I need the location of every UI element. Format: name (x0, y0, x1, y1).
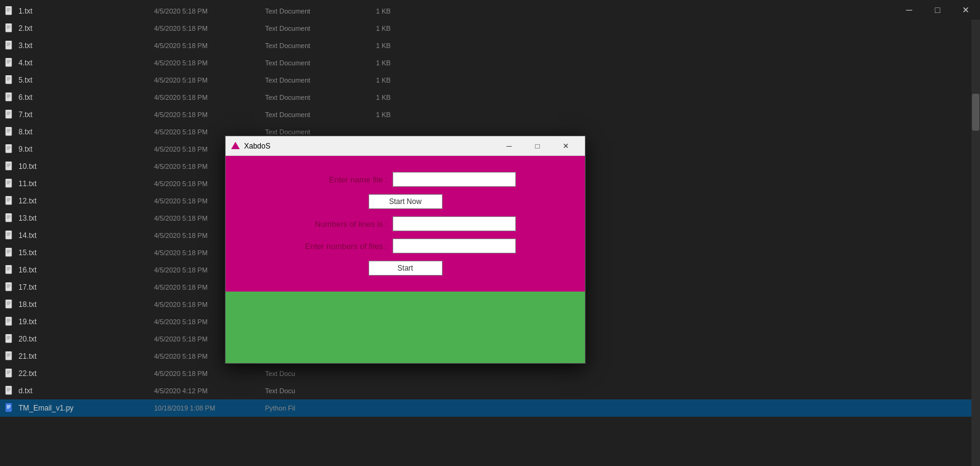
bg-minimize-button[interactable]: ─ (895, 0, 923, 20)
file-row[interactable]: 2.txt4/5/2020 5:18 PMText Document1 KB (0, 20, 980, 37)
file-name: 7.txt (18, 110, 154, 119)
files-row: Enter numbers of files : (244, 239, 566, 253)
dialog-maximize-button[interactable]: □ (523, 137, 552, 155)
file-type: Text Document (265, 94, 376, 101)
scrollbar-thumb[interactable] (972, 94, 979, 131)
file-type: Text Docu (265, 370, 376, 377)
file-type: Text Document (265, 111, 376, 118)
file-row[interactable]: 1.txt4/5/2020 5:18 PMText Document1 KB (0, 2, 980, 20)
file-date: 4/5/2020 5:18 PM (154, 76, 265, 84)
files-input[interactable] (393, 239, 516, 253)
dialog-body-bottom (226, 292, 585, 363)
file-name: 11.txt (18, 179, 154, 188)
file-icon (5, 231, 15, 240)
file-date: 4/5/2020 5:18 PM (154, 370, 265, 377)
file-date: 4/5/2020 5:18 PM (154, 25, 265, 32)
file-icon (5, 6, 15, 16)
file-icon (5, 23, 15, 33)
file-name: 20.txt (18, 335, 154, 343)
file-size: 1 KB (376, 25, 425, 32)
svg-rect-84 (6, 369, 12, 377)
svg-rect-20 (6, 92, 12, 101)
svg-rect-72 (6, 317, 12, 325)
svg-rect-8 (6, 41, 12, 49)
file-type: Text Document (265, 76, 376, 84)
file-date: 4/5/2020 4:12 PM (154, 387, 265, 394)
svg-rect-36 (6, 161, 12, 170)
background-window-chrome: ─ □ ✕ (894, 0, 980, 20)
file-date: 4/5/2020 5:18 PM (154, 59, 265, 67)
file-name: 15.txt (18, 248, 154, 257)
file-size: 1 KB (376, 59, 425, 67)
dialog-titlebar: XabdoS ─ □ ✕ (226, 136, 585, 156)
file-row[interactable]: TM_Email_v1.py10/18/2019 1:08 PMPython F… (0, 399, 980, 417)
file-name: 14.txt (18, 231, 154, 240)
file-name: 17.txt (18, 283, 154, 292)
scrollbar-track[interactable] (971, 20, 980, 466)
file-name: 18.txt (18, 300, 154, 309)
file-name: 4.txt (18, 59, 154, 67)
bg-maximize-button[interactable]: □ (923, 0, 952, 20)
file-name: 2.txt (18, 24, 154, 33)
file-row[interactable]: d.txt4/5/2020 4:12 PMText Docu (0, 382, 980, 399)
bg-close-button[interactable]: ✕ (952, 0, 980, 20)
name-file-label: Enter name file : (295, 175, 388, 184)
file-type: Text Document (265, 59, 376, 67)
file-date: 4/5/2020 5:18 PM (154, 111, 265, 118)
dialog-body-top: Enter name file : Start Now Numbers of l… (226, 156, 585, 292)
file-date: 4/5/2020 5:18 PM (154, 94, 265, 101)
svg-rect-80 (6, 351, 12, 360)
dialog-minimize-button[interactable]: ─ (495, 137, 523, 155)
svg-rect-52 (6, 231, 12, 239)
svg-rect-56 (6, 248, 12, 256)
file-icon (5, 110, 15, 120)
start-button[interactable]: Start (369, 261, 443, 276)
file-name: 9.txt (18, 145, 154, 153)
svg-rect-48 (6, 213, 12, 222)
lines-input[interactable] (393, 216, 516, 231)
file-name: 1.txt (18, 7, 154, 15)
file-name: 10.txt (18, 162, 154, 171)
file-name: 6.txt (18, 93, 154, 102)
svg-rect-64 (6, 282, 12, 291)
file-icon (5, 196, 15, 206)
file-icon (5, 386, 15, 396)
start-now-button[interactable]: Start Now (369, 194, 443, 209)
xabdos-dialog: XabdoS ─ □ ✕ Enter name file : Start Now… (225, 136, 586, 364)
svg-rect-76 (6, 334, 12, 343)
dialog-close-button[interactable]: ✕ (552, 137, 580, 155)
file-icon (5, 403, 15, 413)
file-icon (5, 300, 15, 309)
file-row[interactable]: 5.txt4/5/2020 5:18 PMText Document1 KB (0, 72, 980, 89)
file-icon (5, 127, 15, 137)
file-row[interactable]: 3.txt4/5/2020 5:18 PMText Document1 KB (0, 37, 980, 54)
file-icon (5, 334, 15, 344)
file-type: Text Document (265, 7, 376, 15)
file-size: 1 KB (376, 7, 425, 15)
file-row[interactable]: 22.txt4/5/2020 5:18 PMText Docu (0, 365, 980, 382)
file-date: 4/5/2020 5:18 PM (154, 42, 265, 49)
file-icon (5, 369, 15, 378)
svg-rect-44 (6, 196, 12, 205)
svg-rect-40 (6, 179, 12, 187)
file-row[interactable]: 7.txt4/5/2020 5:18 PMText Document1 KB (0, 106, 980, 123)
dialog-chrome-buttons: ─ □ ✕ (495, 137, 580, 155)
file-icon (5, 317, 15, 327)
file-row[interactable]: 6.txt4/5/2020 5:18 PMText Document1 KB (0, 89, 980, 106)
file-name: d.txt (18, 386, 154, 395)
svg-rect-16 (6, 75, 12, 84)
file-name: 12.txt (18, 197, 154, 205)
dialog-title: XabdoS (244, 142, 495, 150)
svg-marker-96 (231, 142, 240, 149)
file-name: 19.txt (18, 317, 154, 326)
file-icon (5, 58, 15, 68)
file-icon (5, 248, 15, 258)
file-name: 13.txt (18, 214, 154, 223)
file-row[interactable]: 4.txt4/5/2020 5:18 PMText Document1 KB (0, 54, 980, 72)
file-size: 1 KB (376, 42, 425, 49)
file-type: Text Docu (265, 387, 376, 394)
name-file-row: Enter name file : (244, 172, 566, 187)
file-name: 3.txt (18, 41, 154, 50)
name-file-input[interactable] (393, 172, 516, 187)
lines-label: Numbers of lines is : (295, 219, 388, 229)
